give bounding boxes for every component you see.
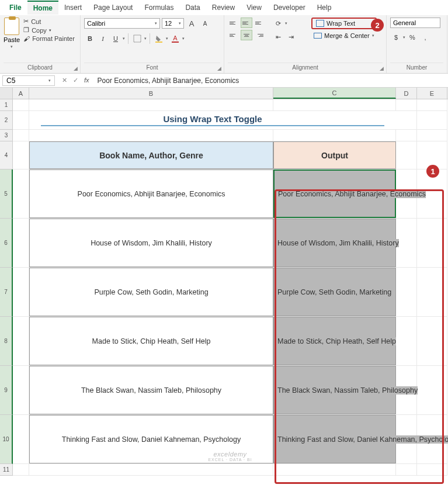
- tab-review[interactable]: Review: [206, 1, 241, 14]
- align-right-button[interactable]: [253, 30, 265, 40]
- formula-bar-row: C5▾ ✕ ✓ fx Poor Economics, Abhijit Banar…: [0, 74, 448, 88]
- fx-icon[interactable]: fx: [84, 77, 89, 84]
- cancel-formula-icon[interactable]: ✕: [62, 77, 67, 84]
- tab-help[interactable]: Help: [311, 1, 338, 14]
- format-painter-button[interactable]: Format Painter: [23, 35, 75, 42]
- clipboard-dialog-launcher[interactable]: ◢: [74, 65, 78, 71]
- col-D[interactable]: D: [396, 88, 417, 99]
- accounting-button[interactable]: $: [390, 32, 402, 43]
- select-all-corner[interactable]: [0, 88, 13, 99]
- row-2[interactable]: 2: [0, 111, 13, 130]
- tab-insert[interactable]: Insert: [58, 1, 88, 14]
- group-font-label: Font: [84, 63, 220, 72]
- col-E[interactable]: E: [417, 88, 447, 99]
- orientation-button[interactable]: ⟳: [272, 18, 284, 29]
- row-8[interactable]: 8: [0, 317, 13, 366]
- decrease-indent-button[interactable]: ⇤: [272, 31, 284, 43]
- cell-b9[interactable]: The Black Swan, Nassim Taleb, Philosophy: [29, 366, 273, 414]
- name-box[interactable]: C5▾: [2, 75, 55, 86]
- wrap-text-button[interactable]: Wrap Text: [311, 18, 377, 29]
- font-size-combo[interactable]: 12▾: [162, 18, 184, 29]
- tab-home[interactable]: Home: [27, 1, 58, 15]
- copy-icon: [23, 26, 29, 34]
- cell-b6[interactable]: House of Wisdom, Jim Khalili, History: [29, 219, 273, 267]
- align-bottom-button[interactable]: [253, 18, 265, 28]
- cut-button[interactable]: Cut: [23, 18, 75, 25]
- align-top-button[interactable]: [228, 18, 239, 28]
- col-A[interactable]: A: [13, 88, 29, 99]
- enter-formula-icon[interactable]: ✓: [73, 77, 78, 84]
- header-c[interactable]: Output: [273, 141, 396, 169]
- wrap-text-icon: [316, 20, 324, 27]
- bold-button[interactable]: B: [84, 33, 96, 44]
- align-center-button[interactable]: [241, 30, 252, 40]
- borders-button[interactable]: [131, 33, 143, 44]
- group-number: General $▾ % , Number: [387, 15, 447, 73]
- tab-formulas[interactable]: Formulas: [138, 1, 179, 14]
- watermark: exceldemy EXCEL · DATA · BI: [208, 451, 252, 462]
- row-10[interactable]: 10: [0, 415, 13, 464]
- align-left-button[interactable]: [228, 30, 239, 40]
- ribbon-tabs: File Home Insert Page Layout Formulas Da…: [0, 0, 448, 15]
- callout-selection: [275, 189, 444, 484]
- formula-bar[interactable]: Poor Economics, Abhijit Banarjee, Econom…: [94, 77, 448, 85]
- fill-color-button[interactable]: [153, 33, 165, 44]
- merge-icon: [314, 33, 322, 39]
- row-3[interactable]: 3: [0, 130, 13, 141]
- scissors-icon: [23, 18, 29, 25]
- alignment-dialog-launcher[interactable]: ◢: [380, 65, 384, 71]
- col-B[interactable]: B: [29, 88, 273, 99]
- increase-indent-button[interactable]: ⇥: [285, 31, 297, 43]
- group-clipboard-label: Clipboard: [4, 63, 77, 72]
- svg-rect-0: [134, 35, 141, 42]
- underline-button[interactable]: U: [110, 33, 121, 44]
- paste-icon[interactable]: [4, 18, 19, 35]
- row-headers: 1 2 3 4 5 6 7 8 9 10 11: [0, 99, 13, 476]
- column-headers: A B C D E: [0, 88, 448, 99]
- number-format-combo[interactable]: General: [390, 18, 440, 28]
- tab-developer[interactable]: Developer: [268, 1, 311, 14]
- row-1[interactable]: 1: [0, 99, 13, 111]
- increase-font-button[interactable]: A: [186, 18, 197, 29]
- comma-button[interactable]: ,: [419, 32, 431, 43]
- copy-button[interactable]: Copy▾: [23, 26, 75, 34]
- tab-pagelayout[interactable]: Page Layout: [88, 1, 138, 14]
- group-alignment-label: Alignment: [228, 63, 383, 72]
- tab-data[interactable]: Data: [179, 1, 206, 14]
- percent-button[interactable]: %: [407, 32, 418, 43]
- header-b[interactable]: Book Name, Author, Genre: [29, 141, 273, 169]
- group-number-label: Number: [390, 63, 443, 72]
- callout-badge-2: 2: [371, 19, 384, 32]
- callout-badge-1: 1: [426, 165, 439, 178]
- row-5[interactable]: 5: [0, 169, 13, 219]
- row-11[interactable]: 11: [0, 464, 13, 476]
- font-dialog-launcher[interactable]: ◢: [217, 65, 221, 71]
- cell-b5[interactable]: Poor Economics, Abhijit Banarjee, Econom…: [29, 169, 273, 218]
- align-middle-button[interactable]: [241, 18, 252, 28]
- paste-label[interactable]: Paste: [4, 36, 20, 43]
- brush-icon: [23, 35, 30, 42]
- cell-b7[interactable]: Purple Cow, Seth Godin, Marketing: [29, 268, 273, 316]
- font-color-button[interactable]: A: [169, 33, 181, 44]
- merge-center-button[interactable]: Merge & Center ▾: [311, 31, 377, 40]
- row-7[interactable]: 7: [0, 268, 13, 317]
- cell-b8[interactable]: Made to Stick, Chip Heath, Self Help: [29, 317, 273, 365]
- group-alignment: ⟳▾ ⇤ ⇥ Wrap Text Merge & Center ▾: [224, 15, 387, 73]
- group-font: Calibri▾ 12▾ A A B I U ▾ ▾ ▾ A ▾ Font ◢: [81, 15, 224, 73]
- svg-rect-1: [155, 41, 162, 43]
- group-clipboard: Paste ▾ Cut Copy▾ Format Painter Clipboa…: [0, 15, 81, 73]
- decrease-font-button[interactable]: A: [199, 18, 211, 29]
- italic-button[interactable]: I: [97, 33, 109, 44]
- font-name-combo[interactable]: Calibri▾: [84, 18, 160, 29]
- tab-file[interactable]: File: [4, 1, 27, 14]
- sheet-title: Using Wrap Text Toggle: [41, 114, 384, 126]
- row-9[interactable]: 9: [0, 366, 13, 415]
- row-4[interactable]: 4: [0, 141, 13, 169]
- col-C[interactable]: C: [273, 88, 396, 99]
- tab-view[interactable]: View: [241, 1, 268, 14]
- row-6[interactable]: 6: [0, 219, 13, 268]
